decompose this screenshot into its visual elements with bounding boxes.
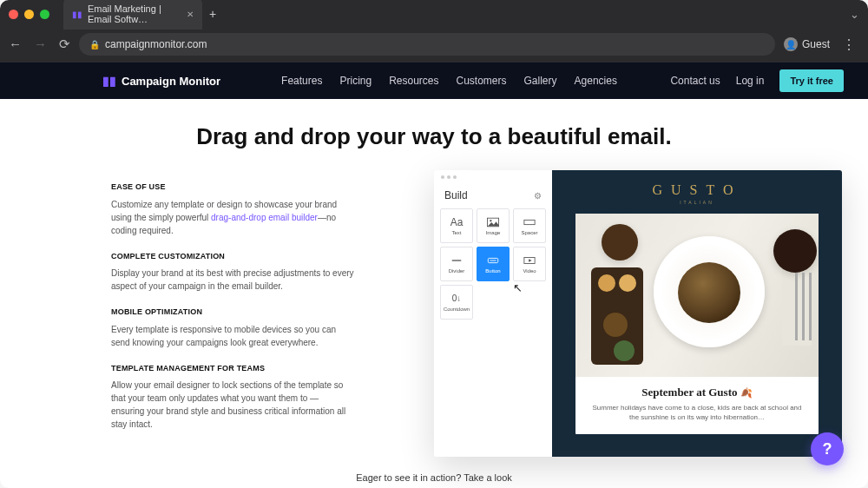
build-panel: Build ⚙ Aa Text Image Spacer Div — [434, 170, 552, 457]
try-free-button[interactable]: Try it free — [779, 69, 844, 92]
tool-divider[interactable]: Divider — [440, 247, 473, 281]
new-tab-button[interactable]: + — [209, 7, 216, 21]
login-link[interactable]: Log in — [736, 75, 765, 87]
contact-link[interactable]: Contact us — [670, 75, 720, 87]
section-title-teams: TEMPLATE MANAGEMENT FOR TEAMS — [111, 363, 354, 375]
section-body-teams: Allow your email designer to lock sectio… — [111, 379, 354, 431]
email-builder-preview: Build ⚙ Aa Text Image Spacer Div — [434, 170, 842, 457]
email-preview: GUSTO ITALIAN September at Gusto 🍂 Summe… — [552, 170, 842, 457]
spacer-icon — [523, 216, 536, 228]
section-title-mobile: MOBILE OPTIMIZATION — [111, 307, 354, 319]
tabs-menu-icon[interactable]: ⌄ — [850, 8, 859, 21]
close-tab-icon[interactable]: ✕ — [187, 10, 194, 19]
brand-name: Campaign Monitor — [122, 75, 220, 88]
section-body-custom: Display your brand at its best with prec… — [111, 267, 354, 293]
minimize-icon[interactable] — [24, 10, 34, 19]
tool-grid: Aa Text Image Spacer Divider Butto — [441, 208, 545, 320]
url-text: campaignmonitor.com — [105, 38, 207, 50]
profile-label: Guest — [802, 38, 830, 50]
logo-icon: ▮▮ — [102, 74, 116, 88]
tool-text[interactable]: Aa Text — [440, 208, 473, 243]
text-icon: Aa — [450, 216, 464, 228]
tool-video[interactable]: Video — [513, 247, 546, 281]
browser-chrome: ▮▮ Email Marketing | Email Softw… ✕ + ⌄ … — [0, 0, 868, 63]
video-icon — [523, 254, 536, 267]
preview-hero-image — [575, 214, 819, 377]
hero-headline: Drag and drop your way to a beautiful em… — [0, 99, 868, 150]
section-body-mobile: Every template is responsive to mobile d… — [111, 323, 354, 349]
builder-link[interactable]: drag-and-drop email builder — [211, 213, 318, 222]
main-nav: Features Pricing Resources Customers Gal… — [281, 75, 617, 87]
preview-brand-sub: ITALIAN — [680, 200, 714, 205]
tab-title: Email Marketing | Email Softw… — [88, 3, 181, 24]
brand-logo[interactable]: ▮▮ Campaign Monitor — [102, 74, 220, 88]
nav-gallery[interactable]: Gallery — [524, 75, 557, 87]
nav-pricing[interactable]: Pricing — [339, 75, 372, 87]
tool-button[interactable]: Button — [477, 247, 510, 281]
tool-spacer[interactable]: Spacer — [513, 208, 546, 243]
leaf-icon: 🍂 — [740, 387, 753, 398]
site-header: ▮▮ Campaign Monitor Features Pricing Res… — [0, 63, 868, 99]
avatar-icon: 👤 — [784, 37, 798, 51]
back-button[interactable]: ← — [9, 36, 22, 52]
preview-article-body: Summer holidays have come to a close, ki… — [588, 403, 806, 422]
section-title-custom: COMPLETE CUSTOMIZATION — [111, 251, 354, 263]
cta-footer: Eager to see it in action? Take a look — [356, 472, 512, 483]
nav-resources[interactable]: Resources — [389, 75, 438, 87]
nav-agencies[interactable]: Agencies — [575, 75, 617, 87]
gear-icon[interactable]: ⚙ — [534, 191, 542, 201]
section-body-ease: Customize any template or design to show… — [111, 198, 354, 237]
countdown-icon: 0↓ — [452, 293, 462, 305]
svg-rect-2 — [524, 220, 535, 224]
preview-card: September at Gusto 🍂 Summer holidays hav… — [575, 214, 819, 434]
divider-icon — [450, 254, 463, 267]
maximize-icon[interactable] — [40, 10, 49, 19]
close-icon[interactable] — [9, 10, 18, 19]
browser-tab[interactable]: ▮▮ Email Marketing | Email Softw… ✕ — [63, 0, 202, 30]
address-bar[interactable]: 🔒 campaignmonitor.com — [79, 33, 775, 56]
button-icon — [487, 254, 499, 267]
reload-button[interactable]: ⟳ — [59, 36, 70, 52]
section-title-ease: EASE OF USE — [111, 181, 354, 194]
lock-icon: 🔒 — [89, 40, 100, 49]
preview-brand: GUSTO — [652, 182, 741, 198]
svg-point-1 — [490, 220, 491, 221]
profile-button[interactable]: 👤 Guest — [784, 37, 830, 51]
window-controls[interactable] — [9, 10, 49, 19]
tab-favicon: ▮▮ — [72, 10, 82, 19]
page-content: Drag and drop your way to a beautiful em… — [0, 99, 868, 488]
tool-image[interactable]: Image — [477, 208, 510, 243]
browser-menu-icon[interactable]: ⋮ — [838, 36, 859, 53]
nav-features[interactable]: Features — [281, 75, 322, 87]
window-dots-icon — [441, 175, 457, 179]
forward-button[interactable]: → — [34, 36, 47, 52]
feature-copy: EASE OF USE Customize any template or de… — [111, 181, 354, 445]
help-button[interactable]: ? — [811, 432, 844, 465]
image-icon — [487, 216, 499, 228]
nav-customers[interactable]: Customers — [457, 75, 507, 87]
tool-countdown[interactable]: 0↓ Countdown — [440, 285, 473, 320]
panel-title: Build — [444, 189, 468, 201]
preview-article-headline: September at Gusto 🍂 — [588, 386, 806, 399]
